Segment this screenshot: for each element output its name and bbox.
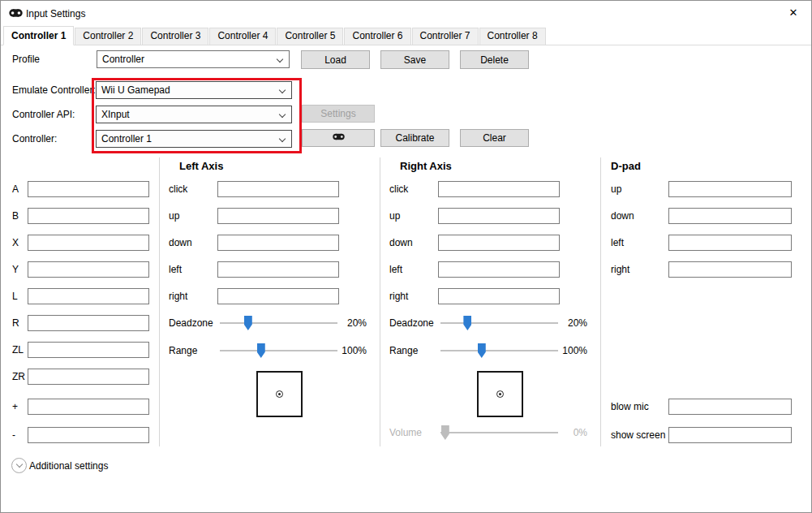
tab-controller-1[interactable]: Controller 1 <box>3 26 74 45</box>
blow-mic-label: blow mic <box>611 399 649 415</box>
button-x-input[interactable] <box>28 235 149 251</box>
axis-dot-center <box>278 393 281 395</box>
button-minus-input[interactable] <box>28 427 149 443</box>
slider-thumb[interactable] <box>257 343 265 358</box>
profile-select-value: Controller <box>102 54 144 65</box>
chevron-down-icon <box>277 56 283 63</box>
button-b-label: B <box>12 208 19 224</box>
tab-controller-2[interactable]: Controller 2 <box>75 28 141 45</box>
clear-button[interactable]: Clear <box>460 129 529 147</box>
dpad-down-input[interactable] <box>668 208 792 224</box>
right-axis-right-label: right <box>389 288 408 304</box>
show-screen-input[interactable] <box>668 427 792 443</box>
volume-label: Volume <box>389 425 422 441</box>
left-range-label: Range <box>169 343 197 359</box>
right-axis-up-label: up <box>389 208 400 224</box>
emulate-controller-value: Wii U Gamepad <box>101 84 170 96</box>
button-a-input[interactable] <box>28 181 149 197</box>
button-plus-label: + <box>12 399 18 415</box>
tab-controller-7[interactable]: Controller 7 <box>412 28 479 45</box>
close-button[interactable]: ✕ <box>786 6 801 20</box>
right-axis-title: Right Axis <box>400 159 452 174</box>
left-range-value: 100% <box>334 343 367 359</box>
right-axis-click-input[interactable] <box>438 181 560 197</box>
button-l-label: L <box>12 288 18 304</box>
tab-controller-6[interactable]: Controller 6 <box>344 28 410 45</box>
slider-thumb[interactable] <box>463 316 471 330</box>
right-axis-click-label: click <box>389 181 408 197</box>
slider-track <box>440 350 558 351</box>
slider-track <box>220 322 337 324</box>
additional-settings-toggle[interactable] <box>11 458 27 473</box>
show-screen-label: show screen <box>611 427 665 443</box>
right-deadzone-value: 20% <box>555 315 587 331</box>
left-axis-up-input[interactable] <box>217 208 339 224</box>
controller-select-value: Controller 1 <box>101 133 152 144</box>
left-axis-left-label: left <box>169 261 182 278</box>
right-axis-left-label: left <box>389 261 402 278</box>
button-zl-input[interactable] <box>28 342 149 358</box>
button-zr-input[interactable] <box>28 369 149 385</box>
blow-mic-input[interactable] <box>668 399 792 415</box>
dpad-right-input[interactable] <box>668 261 792 278</box>
window-title: Input Settings <box>26 7 85 20</box>
tab-controller-5[interactable]: Controller 5 <box>277 28 343 45</box>
button-minus-label: - <box>12 427 15 443</box>
button-b-input[interactable] <box>28 208 149 224</box>
slider-track <box>440 432 558 433</box>
right-axis-up-input[interactable] <box>438 208 560 224</box>
left-axis-down-input[interactable] <box>217 235 339 251</box>
dpad-up-label: up <box>611 181 621 197</box>
button-l-input[interactable] <box>28 288 149 304</box>
left-axis-left-input[interactable] <box>217 261 339 278</box>
slider-thumb[interactable] <box>478 343 486 358</box>
button-zl-label: ZL <box>12 342 24 358</box>
settings-button: Settings <box>302 105 375 123</box>
dpad-up-input[interactable] <box>668 181 792 197</box>
controller-select[interactable]: Controller 1 <box>96 130 292 148</box>
emulate-controller-select[interactable]: Wii U Gamepad <box>96 81 292 99</box>
save-button[interactable]: Save <box>380 50 449 69</box>
left-deadzone-value: 20% <box>334 315 367 331</box>
tab-controller-8[interactable]: Controller 8 <box>479 28 546 45</box>
column-separator <box>380 157 380 446</box>
button-r-label: R <box>12 315 19 331</box>
right-axis-down-label: down <box>389 235 413 251</box>
chevron-down-icon <box>279 87 286 93</box>
chevron-down-icon <box>15 461 22 468</box>
tab-bar: Controller 1 Controller 2 Controller 3 C… <box>1 26 811 45</box>
right-axis-left-input[interactable] <box>438 261 560 278</box>
slider-thumb[interactable] <box>244 316 252 330</box>
left-axis-right-input[interactable] <box>217 288 339 304</box>
profile-select[interactable]: Controller <box>97 50 290 68</box>
delete-button[interactable]: Delete <box>460 50 529 69</box>
additional-settings-label: Additional settings <box>29 458 108 474</box>
left-axis-click-input[interactable] <box>217 181 339 197</box>
chevron-down-icon <box>279 136 286 142</box>
dpad-left-input[interactable] <box>668 235 792 251</box>
calibrate-button[interactable]: Calibrate <box>380 129 449 147</box>
left-deadzone-slider[interactable] <box>220 316 337 330</box>
column-separator <box>159 157 160 446</box>
dpad-title: D-pad <box>611 159 641 174</box>
gamepad-icon <box>9 8 23 20</box>
button-x-label: X <box>12 235 19 251</box>
controller-api-select[interactable]: XInput <box>96 106 292 123</box>
right-range-label: Range <box>389 343 418 359</box>
axis-dot-center <box>499 393 501 395</box>
controller-label: Controller: <box>12 131 57 147</box>
button-y-input[interactable] <box>28 261 149 278</box>
right-range-slider[interactable] <box>440 343 558 358</box>
controller-api-label: Controller API: <box>12 106 75 123</box>
tab-controller-3[interactable]: Controller 3 <box>142 28 208 45</box>
right-axis-down-input[interactable] <box>438 235 560 251</box>
controller-test-button[interactable] <box>302 129 375 147</box>
right-axis-right-input[interactable] <box>438 288 560 304</box>
right-deadzone-slider[interactable] <box>440 316 558 330</box>
dpad-right-label: right <box>611 261 629 278</box>
button-r-input[interactable] <box>28 315 149 331</box>
load-button[interactable]: Load <box>301 50 370 69</box>
button-plus-input[interactable] <box>28 399 149 415</box>
tab-controller-4[interactable]: Controller 4 <box>209 28 276 45</box>
left-range-slider[interactable] <box>220 343 337 358</box>
